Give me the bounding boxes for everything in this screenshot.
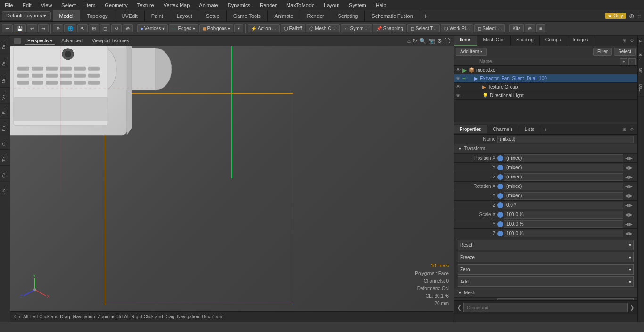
transform-section-header[interactable]: ▼ Transform bbox=[454, 144, 637, 154]
toolbar-scale[interactable]: ⊕ bbox=[123, 24, 133, 32]
layout-dropdown[interactable]: Default Layouts ▾ bbox=[2, 11, 51, 20]
toolbar-edges[interactable]: — Edges ▾ bbox=[169, 24, 198, 32]
toolbar-cursor[interactable]: ↖ bbox=[77, 24, 88, 32]
left-panel-de[interactable]: De... bbox=[0, 36, 10, 53]
item-row-fan[interactable]: 👁 + ▶ Extractor_Fan_Silent_Dual_100 bbox=[454, 74, 637, 83]
prop-rotz-input[interactable] bbox=[504, 202, 623, 209]
layout-icon1[interactable]: ⊕ bbox=[629, 12, 635, 20]
left-panel-po[interactable]: Po... bbox=[0, 118, 10, 135]
prop-roty-arrow[interactable]: ◀▶ bbox=[624, 193, 634, 198]
prop-scalez-input[interactable] bbox=[504, 230, 623, 237]
toolbar-symmetry[interactable]: ↔ Symm ... bbox=[341, 24, 372, 32]
freeze-dropdown[interactable]: Freeze ▾ bbox=[458, 252, 634, 262]
toolbar-action[interactable]: ⚡ Action ... bbox=[248, 24, 279, 32]
cmd-arrow-left[interactable]: ❮ bbox=[457, 304, 462, 311]
toolbar-selecttool[interactable]: ◻ Select T... bbox=[407, 24, 440, 32]
toolbar-rotate[interactable]: ↻ bbox=[111, 24, 122, 32]
prop-posz-arrow[interactable]: ◀▶ bbox=[624, 174, 634, 179]
toolbar-mesh[interactable]: ⬡ Mesh C ... bbox=[306, 24, 339, 32]
tab-channels[interactable]: Channels bbox=[487, 125, 519, 133]
toolbar-new[interactable]: ☰ bbox=[2, 24, 13, 32]
prop-rotz-arrow[interactable]: ◀▶ bbox=[624, 202, 634, 208]
tab-properties[interactable]: Properties bbox=[454, 125, 487, 133]
menu-layout[interactable]: Layout bbox=[319, 1, 344, 9]
menu-select[interactable]: Select bbox=[57, 1, 81, 9]
tab-topology[interactable]: Topology bbox=[80, 10, 115, 21]
tab-scripting[interactable]: Scripting bbox=[331, 10, 365, 21]
left-panel-me[interactable]: Me... bbox=[0, 70, 10, 87]
toolbar-falloff[interactable]: ⬡ Falloff bbox=[281, 24, 305, 32]
tab-groups[interactable]: Groups bbox=[540, 36, 567, 46]
mesh-section-header[interactable]: ▼ Mesh bbox=[454, 288, 637, 298]
items-select-btn[interactable]: Select bbox=[614, 48, 636, 56]
toolbar-icon2[interactable]: ≡ bbox=[536, 24, 545, 32]
tab-shading[interactable]: Shading bbox=[511, 36, 540, 46]
menu-edit[interactable]: Edit bbox=[18, 1, 36, 9]
prop-name-input[interactable] bbox=[497, 136, 634, 143]
viewport-tab-perspective[interactable]: Perspective bbox=[25, 37, 55, 45]
left-panel-gr[interactable]: Gr... bbox=[0, 165, 10, 181]
prop-posy-arrow[interactable]: ◀▶ bbox=[624, 165, 634, 170]
toolbar-vertices[interactable]: ● Vertices ▾ bbox=[137, 24, 168, 32]
left-panel-du[interactable]: Du... bbox=[0, 53, 10, 70]
toolbar-icon1[interactable]: ⊕ bbox=[525, 24, 535, 32]
item-eye-dirlight[interactable]: 👁 bbox=[456, 93, 461, 98]
add-layout-tab[interactable]: + bbox=[420, 11, 431, 21]
menu-dynamics[interactable]: Dynamics bbox=[223, 1, 255, 9]
prop-posx-dot[interactable] bbox=[497, 155, 503, 161]
prop-posy-input[interactable] bbox=[504, 164, 623, 171]
prop-scaley-input[interactable] bbox=[504, 220, 623, 228]
item-expand-modo[interactable]: ▶ bbox=[462, 67, 467, 73]
viewport-icon-settings[interactable]: ⚙ bbox=[437, 38, 442, 44]
toolbar-kits[interactable]: Kits bbox=[509, 24, 524, 32]
right-side-s[interactable]: S. bbox=[638, 36, 644, 48]
viewport-icon-zoom[interactable]: 🔍 bbox=[419, 38, 426, 44]
collapse-btn[interactable]: − bbox=[628, 58, 636, 65]
item-plus-fan[interactable]: + bbox=[462, 75, 466, 82]
left-panel-ve[interactable]: Ve... bbox=[0, 87, 10, 104]
menu-texture[interactable]: Texture bbox=[132, 1, 159, 9]
prop-scaley-arrow[interactable]: ◀▶ bbox=[624, 221, 634, 227]
left-panel-c[interactable]: C... bbox=[0, 135, 10, 149]
menu-view[interactable]: View bbox=[36, 1, 57, 9]
tab-layout[interactable]: Layout bbox=[170, 10, 199, 21]
prop-rotx-arrow[interactable]: ◀▶ bbox=[624, 184, 634, 189]
prop-rotx-dot[interactable] bbox=[497, 184, 503, 189]
tab-gametools[interactable]: Game Tools bbox=[227, 10, 268, 21]
props-settings-icon[interactable]: ⚙ bbox=[628, 126, 636, 133]
tab-items[interactable]: Items bbox=[454, 36, 477, 46]
item-eye-modo[interactable]: 👁 bbox=[456, 67, 461, 73]
right-side-grp[interactable]: Gr... bbox=[638, 64, 644, 80]
expand-btn[interactable]: + bbox=[620, 58, 627, 65]
filter-btn[interactable]: Filter bbox=[593, 48, 612, 56]
tab-lists[interactable]: Lists bbox=[519, 125, 541, 133]
prop-rotx-input[interactable] bbox=[504, 183, 623, 190]
toolbar-snap[interactable]: ⊕ bbox=[53, 24, 63, 32]
toolbar-transform[interactable]: ⊞ bbox=[89, 24, 99, 32]
prop-posx-arrow[interactable]: ◀▶ bbox=[624, 155, 634, 161]
menu-vertexmap[interactable]: Vertex Map bbox=[159, 1, 195, 9]
prop-posz-input[interactable] bbox=[504, 173, 623, 181]
toolbar-save[interactable]: 💾 bbox=[14, 24, 26, 32]
prop-scalex-arrow[interactable]: ◀▶ bbox=[624, 212, 634, 217]
menu-item[interactable]: Item bbox=[81, 1, 100, 9]
toolbar-select[interactable]: ◻ bbox=[100, 24, 110, 32]
menu-file[interactable]: File bbox=[0, 1, 18, 9]
menu-animate[interactable]: Animate bbox=[194, 1, 223, 9]
toolbar-redo[interactable]: ↪ bbox=[38, 24, 49, 32]
item-row-texgroup[interactable]: 👁 ▶ Texture Group bbox=[454, 83, 637, 91]
tab-animate[interactable]: Animate bbox=[268, 10, 300, 21]
items-panel-icon1[interactable]: ⊞ bbox=[621, 37, 627, 44]
viewport-icon-camera[interactable]: 📷 bbox=[428, 38, 435, 44]
left-panel-te[interactable]: Te... bbox=[0, 149, 10, 165]
tab-paint[interactable]: Paint bbox=[145, 10, 170, 21]
toolbar-workplane[interactable]: ⬡ Work Pl... bbox=[441, 24, 473, 32]
toolbar-selecti[interactable]: ◻ Selecti ... bbox=[474, 24, 505, 32]
viewport-menu-btn[interactable] bbox=[14, 38, 21, 44]
zero-dropdown[interactable]: Zero ▾ bbox=[458, 264, 634, 275]
right-side-textu[interactable]: Te... bbox=[638, 48, 644, 64]
prop-roty-input[interactable] bbox=[504, 192, 623, 200]
viewport-icon-rotate[interactable]: ↻ bbox=[413, 38, 417, 44]
prop-scalez-dot[interactable] bbox=[497, 231, 503, 236]
prop-scaley-dot[interactable] bbox=[497, 221, 503, 227]
